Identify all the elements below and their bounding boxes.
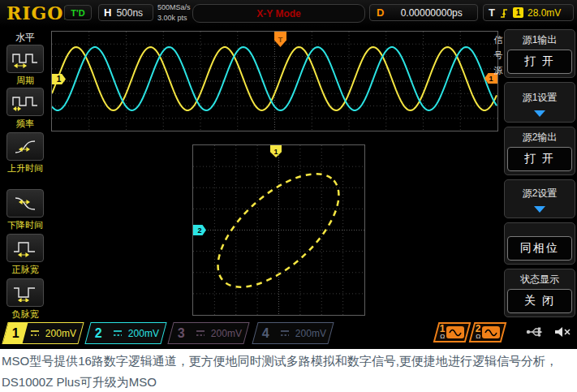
trigger-edge-icon [499,7,509,19]
measurement-rail: 水平 周期 频率 [0,27,50,321]
measure-item-period[interactable]: 周期 [0,45,50,87]
channel1-scale: 200mV [45,328,76,339]
fall-time-icon [11,195,39,213]
channel1-number: 1 [3,323,28,343]
period-button[interactable] [6,45,44,73]
period-icon [11,50,39,68]
dc-coupling-icon [113,330,123,337]
channel3-scale: 200mV [211,328,242,339]
status-display-button[interactable]: 关 闭 [507,289,572,313]
lissajous-plot [193,145,364,315]
chevron-down-icon [534,206,545,213]
channel-status-bar: 1 200mV 2 200mV 3 [0,319,577,347]
yt-waveform-plot [52,32,497,131]
xy-mode-indicator: X-Y Mode [192,4,365,23]
measure-item-fall-time[interactable]: 下降时间 [0,189,50,231]
dc-coupling-icon [30,330,40,337]
sine-wave-icon [482,326,500,338]
channel4-scale: 200mV [295,328,326,339]
rise-time-icon [11,138,39,156]
t-label: T [489,6,495,19]
measure-item-pos-width[interactable]: 正脉宽 [0,234,50,276]
rise-time-label: 上升时间 [0,162,50,174]
period-label: 周期 [0,75,50,87]
speaker-muted-icon [553,325,571,339]
pos-width-button[interactable] [6,234,44,262]
soft-menu: 源1输出 打 开 源1设置 源2输出 打 开 源2设置 同相位 状态显示 关 闭 [504,29,575,317]
channel2-scale: 200mV [128,328,159,339]
oscilloscope-screenshot: RIGOL T'D H 500ns 500MSa/s 3.00k pts X-Y… [0,0,577,392]
acquisition-info: 500MSa/s 3.00k pts [157,2,191,24]
h-label: H [104,6,111,19]
fall-time-button[interactable] [6,189,44,218]
yt-waveform-window [51,31,498,131]
dc-coupling-icon [280,330,290,337]
channel2-number: 2 [86,323,111,343]
menu-source2-output[interactable]: 源2输出 打 开 [504,127,575,175]
neg-width-button[interactable] [6,278,44,307]
dc-coupling-icon [196,330,205,337]
caption-line1: MSO型号提供16路数字逻辑通道，更方便地同时测试多路模拟和数字信号,更便捷地进… [2,352,577,370]
fall-time-label: 下降时间 [0,219,50,231]
menu-align-phase[interactable]: 同相位 [504,222,575,265]
source2-output-button[interactable]: 打 开 [507,147,572,171]
pos-width-label: 正脉宽 [0,264,50,276]
measure-item-neg-width[interactable]: 负脉宽 [0,278,50,321]
sample-rate: 500MSa/s [157,2,191,13]
frequency-icon [11,93,39,111]
delay-box[interactable]: D 0.00000000ps [369,4,478,21]
usb-icon [526,325,545,339]
timebase-value: 500ns [116,7,143,19]
menu-source1-output[interactable]: 源1输出 打 开 [504,29,575,78]
scope-screen: RIGOL T'D H 500ns 500MSa/s 3.00k pts X-Y… [0,0,577,349]
channel4-badge[interactable]: 4 200mV [252,322,334,344]
chevron-down-icon [534,110,545,117]
top-status-bar: RIGOL T'D H 500ns 500MSa/s 3.00k pts X-Y… [0,0,577,27]
rail-title: 水平 [0,31,50,45]
channel3-badge[interactable]: 3 200mV [167,322,249,344]
delay-value: 0.00000000ps [392,7,471,19]
d-label: D [377,6,384,19]
memory-depth: 3.00k pts [157,13,191,24]
menu-status-display[interactable]: 状态显示 关 闭 [504,269,575,317]
caption-line2: DS1000Z Plus可升级为MSO [2,373,577,391]
rise-time-button[interactable] [6,132,44,161]
horizontal-timebase-box[interactable]: H 500ns [98,4,153,21]
source2-output-badge[interactable]: 2 Ω [469,322,507,342]
align-phase-button[interactable]: 同相位 [507,236,572,261]
measure-item-frequency[interactable]: 频率 [0,88,50,130]
channel3-number: 3 [169,323,194,343]
trigger-status-badge: T'D [64,5,92,20]
source1-output-badge[interactable]: 1 Ω [433,322,472,342]
trigger-box[interactable]: T 1 28.0mV [483,4,574,21]
channel4-number: 4 [253,323,278,343]
channel1-badge[interactable]: 1 200mV [2,322,84,344]
menu-source1-settings[interactable]: 源1设置 [504,82,575,123]
trigger-level-value: 28.0mV [527,7,561,19]
sine-wave-icon [446,326,464,338]
trigger-source-chip: 1 [513,7,523,18]
channel2-badge[interactable]: 2 200mV [84,322,166,344]
neg-width-icon [11,284,39,302]
xy-display-window [192,144,365,316]
source1-output-button[interactable]: 打 开 [507,50,572,74]
signal-source-vertical-label: 信 号 源 [492,32,505,79]
frequency-label: 频率 [0,118,50,130]
measure-item-rise-time[interactable]: 上升时间 [0,132,50,174]
pos-width-icon [11,239,39,257]
menu-source2-settings[interactable]: 源2设置 [504,179,575,218]
frequency-button[interactable] [6,88,44,116]
product-caption: MSO型号提供16路数字逻辑通道，更方便地同时测试多路模拟和数字信号,更便捷地进… [0,349,577,392]
